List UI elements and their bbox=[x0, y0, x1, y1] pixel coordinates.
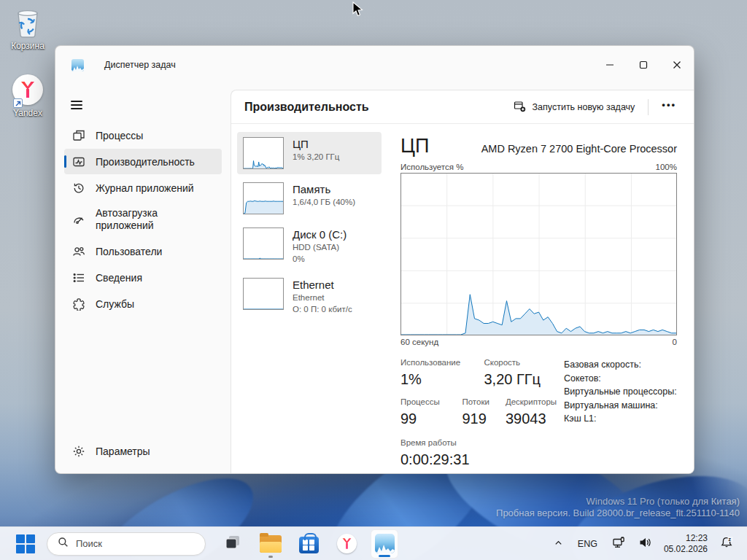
perf-item-memory[interactable]: Память 1,6/4,0 ГБ (40%) bbox=[237, 177, 382, 219]
desktop-icon-recycle-bin[interactable]: Корзина bbox=[0, 7, 55, 51]
more-options-button[interactable]: ••• bbox=[654, 96, 684, 117]
stat-usage: Использование 1% bbox=[400, 358, 481, 388]
graph-x-right: 0 bbox=[673, 338, 677, 346]
running-indicator bbox=[268, 556, 273, 558]
close-button[interactable] bbox=[660, 46, 694, 84]
sidebar-item-label: Пользователи bbox=[96, 246, 162, 257]
microsoft-store-icon bbox=[299, 537, 319, 553]
sidebar-item-label: Сведения bbox=[96, 272, 142, 284]
sidebar-item-label: Службы bbox=[96, 298, 134, 310]
stat-speed: Скорость 3,20 ГГц bbox=[484, 358, 541, 388]
task-view-button[interactable] bbox=[219, 529, 247, 559]
svg-text:z: z bbox=[729, 537, 732, 542]
chevron-up-icon bbox=[554, 537, 563, 551]
cpu-usage-area bbox=[401, 174, 676, 335]
stat-processes: Процессы 99 bbox=[400, 397, 459, 427]
sidebar-item-startup-apps[interactable]: Автозагрузка приложений bbox=[64, 201, 222, 238]
gear-icon bbox=[71, 444, 85, 458]
sidebar-item-services[interactable]: Службы bbox=[64, 291, 222, 316]
cpu-stats: Использование 1% Скорость 3,20 ГГц Проце… bbox=[400, 358, 679, 468]
sidebar-item-performance[interactable]: Производительность bbox=[64, 149, 222, 174]
window-titlebar: Диспетчер задач bbox=[55, 46, 694, 84]
desktop-icon-yandex[interactable]: Yandex bbox=[0, 74, 55, 118]
search-icon bbox=[58, 537, 69, 551]
users-icon bbox=[71, 244, 85, 258]
info-sockets: Сокетов: bbox=[564, 372, 694, 386]
maximize-button[interactable] bbox=[627, 46, 660, 84]
performance-body: ЦП 1% 3,20 ГГц Память 1,6/4,0 ГБ (40%) Д… bbox=[231, 125, 694, 473]
watermark-edition: Windows 11 Pro (только для Китая) bbox=[496, 496, 740, 508]
search-input[interactable] bbox=[76, 538, 178, 549]
notifications-button[interactable]: z bbox=[715, 532, 738, 556]
sidebar-settings: Параметры bbox=[55, 438, 231, 464]
info-virtual-processors: Виртуальные процессоры: bbox=[564, 385, 694, 399]
run-new-task-label: Запустить новую задачу bbox=[533, 102, 635, 112]
sidebar-item-label: Автозагрузка приложений bbox=[96, 207, 205, 232]
watermark-build: Пробная версия. Build 28000.br_release_f… bbox=[496, 508, 740, 519]
network-tray-button[interactable] bbox=[607, 532, 630, 556]
tray-chevron-button[interactable] bbox=[549, 533, 568, 555]
sidebar-item-app-history[interactable]: Журнал приложений bbox=[64, 175, 222, 201]
microsoft-store-button[interactable] bbox=[295, 529, 322, 559]
services-icon bbox=[71, 297, 85, 311]
header-actions: Запустить новую задачу ••• bbox=[506, 96, 684, 119]
volume-tray-button[interactable] bbox=[633, 532, 657, 556]
tray-clock[interactable]: 12:23 05.02.2026 bbox=[659, 533, 712, 555]
sidebar-item-settings[interactable]: Параметры bbox=[64, 438, 222, 464]
yandex-icon bbox=[12, 74, 44, 106]
tray-time: 12:23 bbox=[664, 533, 708, 544]
hamburger-icon bbox=[71, 101, 82, 102]
info-base-speed: Базовая скорость: bbox=[564, 358, 694, 372]
task-manager-taskbar-button[interactable] bbox=[371, 529, 398, 559]
performance-list: ЦП 1% 3,20 ГГц Память 1,6/4,0 ГБ (40%) Д… bbox=[231, 125, 382, 473]
perf-item-title: Ethernet bbox=[293, 278, 352, 292]
perf-item-cpu[interactable]: ЦП 1% 3,20 ГГц bbox=[237, 132, 382, 174]
sidebar-item-label: Журнал приложений bbox=[96, 182, 194, 194]
tray-date: 05.02.2026 bbox=[664, 544, 708, 555]
page-title: Производительность bbox=[244, 101, 369, 114]
recycle-bin-label: Корзина bbox=[0, 41, 55, 51]
windows-watermark: Windows 11 Pro (только для Китая) Пробна… bbox=[496, 496, 740, 519]
content-panel: Производительность Запустить новую задач… bbox=[231, 90, 694, 473]
taskbar-search[interactable] bbox=[47, 532, 206, 556]
yandex-label: Yandex bbox=[0, 108, 55, 118]
perf-item-sub: HDD (SATA) bbox=[293, 242, 347, 253]
info-l1-cache: Кэш L1: bbox=[564, 412, 694, 426]
windows-logo-icon bbox=[16, 534, 35, 553]
perf-item-disk[interactable]: Диск 0 (C:) HDD (SATA) 0% bbox=[237, 222, 382, 270]
file-explorer-icon bbox=[260, 535, 282, 553]
yandex-browser-button[interactable] bbox=[333, 529, 360, 559]
perf-item-ethernet[interactable]: Ethernet Ethernet О: 0 П: 0 кбит/с bbox=[237, 273, 382, 320]
navigation-menu-button[interactable] bbox=[67, 94, 92, 116]
window-title: Диспетчер задач bbox=[104, 60, 176, 70]
minimize-button[interactable] bbox=[593, 46, 627, 84]
perf-item-title: ЦП bbox=[293, 137, 339, 151]
run-new-task-button[interactable]: Запустить новую задачу bbox=[506, 96, 643, 119]
details-icon bbox=[71, 271, 85, 284]
yandex-browser-icon bbox=[337, 534, 357, 553]
perf-item-title: Память bbox=[293, 182, 355, 196]
sidebar-item-processes[interactable]: Процессы bbox=[64, 122, 222, 148]
performance-icon bbox=[71, 155, 85, 168]
perf-item-sub2: 0% bbox=[293, 254, 347, 265]
graph-y-label: Используется % bbox=[400, 163, 463, 171]
task-manager-window: Диспетчер задач Процессы bbox=[55, 45, 694, 474]
speaker-icon bbox=[638, 536, 651, 552]
task-view-icon bbox=[224, 533, 242, 554]
sidebar-item-details[interactable]: Сведения bbox=[64, 265, 222, 290]
sidebar-item-label: Процессы bbox=[96, 130, 143, 141]
stat-handles: Дескрипторы 39043 bbox=[506, 397, 557, 427]
cpu-detail-title: ЦП bbox=[400, 135, 429, 158]
task-manager-app-icon bbox=[71, 59, 84, 71]
header-divider bbox=[648, 99, 649, 115]
start-button[interactable] bbox=[12, 529, 39, 559]
stat-uptime: Время работы 0:00:29:31 bbox=[400, 438, 470, 468]
bell-dnd-icon: z bbox=[720, 536, 733, 552]
window-caption-buttons bbox=[593, 46, 694, 84]
cpu-static-info: Базовая скорость: Сокетов: Виртуальные п… bbox=[564, 358, 694, 426]
sidebar-item-users[interactable]: Пользователи bbox=[64, 238, 222, 264]
cpu-detail-panel: ЦП AMD Ryzen 7 2700 Eight-Core Processor… bbox=[382, 125, 694, 473]
ethernet-network-icon bbox=[612, 536, 625, 552]
language-indicator[interactable]: ENG bbox=[571, 534, 604, 553]
file-explorer-button[interactable] bbox=[257, 529, 285, 559]
